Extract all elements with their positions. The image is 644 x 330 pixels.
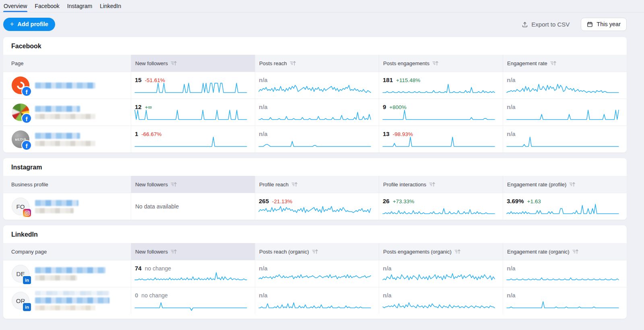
sparkline-chart <box>259 109 371 122</box>
blurred-text-line <box>35 291 109 295</box>
metric-cell: 13-98.93% <box>379 126 503 153</box>
column-header-label: Profile interactions <box>383 182 426 188</box>
date-range-button[interactable]: This year <box>581 18 627 31</box>
profile-cell[interactable]: FO <box>3 193 131 220</box>
column-header-label: Engagement rate <box>507 60 547 66</box>
date-range-label: This year <box>597 21 621 27</box>
sort-icon[interactable] <box>171 60 177 66</box>
facebook-badge-icon: f <box>22 87 31 96</box>
blurred-text-line <box>35 297 109 303</box>
metric-cell: n/a <box>255 126 379 153</box>
column-header-label: Posts engagements (organic) <box>383 249 452 255</box>
sort-icon[interactable] <box>171 249 177 254</box>
facebook-badge-icon: f <box>22 114 31 123</box>
column-header-posts-reach[interactable]: Posts reach <box>255 55 379 72</box>
tab-overview[interactable]: Overview <box>3 0 27 12</box>
table-row: ORin0no changen/an/an/a <box>3 287 627 314</box>
profile-avatar: ORin <box>12 292 29 309</box>
sparkline-chart <box>383 82 495 95</box>
facebook-badge-icon: f <box>22 141 31 150</box>
section-title: LinkedIn <box>3 225 627 243</box>
profile-avatar: f <box>12 103 29 121</box>
section-card-facebook: Facebook Page New followersPosts reachPo… <box>3 37 627 153</box>
metric-cell: n/a <box>503 72 627 99</box>
entity-column-header: Page <box>3 55 131 72</box>
export-csv-button[interactable]: Export to CSV <box>522 21 570 28</box>
profile-avatar: DEin <box>12 265 29 283</box>
profile-avatar: f <box>12 76 29 94</box>
add-profile-button[interactable]: + Add profile <box>3 18 55 31</box>
sparkline-chart <box>383 203 495 217</box>
column-header-new-followers[interactable]: New followers <box>131 243 255 260</box>
column-header-profile-reach[interactable]: Profile reach <box>255 176 379 193</box>
column-header-profile-interactions[interactable]: Profile interactions <box>379 176 503 193</box>
sparkline-chart <box>507 203 619 217</box>
column-header-posts-engagements-organic[interactable]: Posts engagements (organic) <box>379 243 503 260</box>
sort-icon[interactable] <box>312 249 318 254</box>
blurred-text-line <box>35 200 78 206</box>
profile-cell[interactable]: ORin <box>3 287 131 314</box>
column-header-label: New followers <box>135 60 168 66</box>
tab-linkedin[interactable]: LinkedIn <box>99 0 122 12</box>
blurred-profile-name <box>35 200 78 213</box>
metric-cell: n/a <box>503 99 627 126</box>
sort-icon[interactable] <box>429 182 436 187</box>
blurred-text-line <box>35 133 80 139</box>
sparkline-chart <box>135 270 247 284</box>
sort-icon[interactable] <box>572 249 579 254</box>
toolbar: + Add profile Export to CSV This year <box>3 18 627 31</box>
sort-icon[interactable] <box>569 182 576 187</box>
export-csv-label: Export to CSV <box>531 21 570 28</box>
column-header-posts-reach-organic[interactable]: Posts reach (organic) <box>255 243 379 260</box>
metric-cell: No data available <box>131 193 255 220</box>
metric-cell: n/a <box>255 287 379 314</box>
column-header-new-followers[interactable]: New followers <box>131 176 255 193</box>
sort-icon[interactable] <box>290 60 296 66</box>
sparkline-chart <box>507 109 619 122</box>
sparkline-chart <box>507 82 619 95</box>
metric-cell: 74no change <box>131 260 255 287</box>
profile-cell[interactable]: MEDIAf <box>3 126 131 153</box>
sparkline-chart <box>383 270 495 284</box>
table-row: MEDIAf1-66.67%n/a13-98.93%n/a <box>3 126 627 153</box>
metric-cell: n/a <box>503 260 627 287</box>
tab-instagram[interactable]: Instagram <box>67 0 93 12</box>
profile-cell[interactable]: DEin <box>3 260 131 287</box>
sections: Facebook Page New followersPosts reachPo… <box>0 37 644 319</box>
column-header-engagement-rate-profile[interactable]: Engagement rate (profile) <box>503 176 627 193</box>
blurred-text-line <box>35 106 80 112</box>
tab-facebook[interactable]: Facebook <box>34 0 60 12</box>
sparkline-chart <box>507 270 619 284</box>
linkedin-badge-icon: in <box>23 276 31 284</box>
sparkline-chart <box>507 297 619 311</box>
profile-cell[interactable]: f <box>3 99 131 126</box>
sparkline-chart <box>135 297 247 311</box>
section-title: Instagram <box>3 158 627 176</box>
sort-icon[interactable] <box>291 182 298 187</box>
metric-cell: 1-66.67% <box>131 126 255 153</box>
instagram-camera-icon <box>25 210 30 216</box>
metric-cell: n/a <box>503 287 627 314</box>
metric-cell: 26+73.33% <box>379 193 503 220</box>
sort-icon[interactable] <box>171 182 177 187</box>
sort-icon[interactable] <box>454 249 461 254</box>
metric-cell: 265-21.13% <box>255 193 379 220</box>
table-row: f15-51.61%n/a181+115.48%n/a <box>3 72 627 99</box>
sparkline-chart <box>259 297 371 311</box>
sort-icon[interactable] <box>432 60 439 66</box>
sparkline-chart <box>259 203 371 217</box>
column-header-posts-engagements[interactable]: Posts engagements <box>379 55 503 72</box>
metric-cell: n/a <box>255 99 379 126</box>
blurred-profile-name <box>35 133 95 146</box>
export-icon <box>522 21 528 28</box>
column-header-new-followers[interactable]: New followers <box>131 55 255 72</box>
blurred-text-line <box>35 305 95 310</box>
table-header-row: Page New followersPosts reachPosts engag… <box>3 55 627 72</box>
column-header-engagement-rate[interactable]: Engagement rate <box>503 55 627 72</box>
column-header-label: Profile reach <box>259 182 289 188</box>
profile-cell[interactable]: f <box>3 72 131 99</box>
column-header-engagement-rate-organic[interactable]: Engagement rate (organic) <box>503 243 627 260</box>
blurred-text-line <box>35 141 95 146</box>
metric-cell: 15-51.61% <box>131 72 255 99</box>
sort-icon[interactable] <box>550 60 557 66</box>
